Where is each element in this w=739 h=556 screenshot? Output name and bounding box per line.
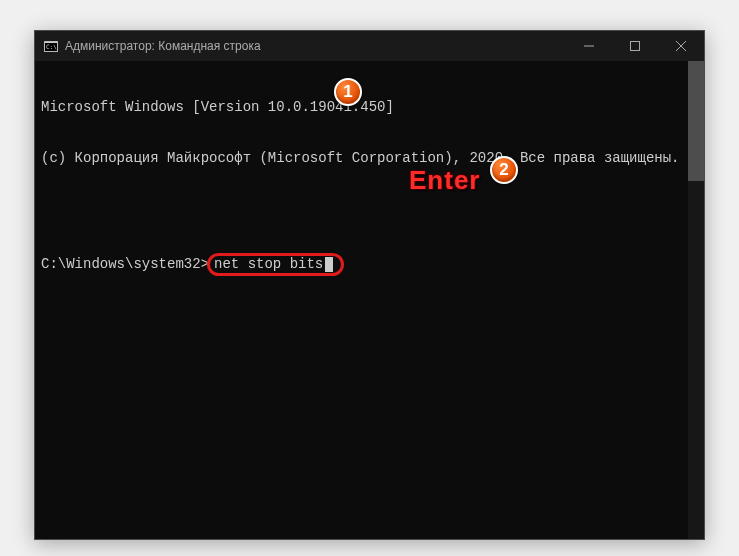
command-text: net stop bits — [214, 256, 323, 272]
terminal-body[interactable]: Microsoft Windows [Version 10.0.19041.45… — [35, 61, 704, 539]
badge-1-label: 1 — [343, 82, 352, 102]
window-title: Администратор: Командная строка — [65, 39, 261, 53]
terminal-line-copyright: (c) Корпорация Майкрософт (Microsoft Cor… — [41, 150, 698, 167]
svg-text:C:\: C:\ — [46, 43, 57, 50]
terminal-blank-line — [41, 201, 698, 218]
terminal-prompt-line: C:\Windows\system32>net stop bits — [41, 253, 698, 276]
annotation-enter-label: Enter — [409, 165, 480, 196]
scrollbar-thumb[interactable] — [688, 61, 704, 181]
svg-rect-4 — [631, 42, 640, 51]
cmd-window: C:\ Администратор: Командная строка Micr… — [34, 30, 705, 540]
close-button[interactable] — [658, 31, 704, 61]
minimize-button[interactable] — [566, 31, 612, 61]
titlebar[interactable]: C:\ Администратор: Командная строка — [35, 31, 704, 61]
prompt-prefix: C:\Windows\system32> — [41, 256, 209, 273]
command-highlight: net stop bits — [207, 253, 344, 276]
cmd-icon: C:\ — [43, 38, 59, 54]
cursor — [325, 257, 333, 272]
window-controls — [566, 31, 704, 61]
badge-2-label: 2 — [499, 160, 508, 180]
maximize-button[interactable] — [612, 31, 658, 61]
terminal-line-version: Microsoft Windows [Version 10.0.19041.45… — [41, 99, 698, 116]
annotation-badge-2: 2 — [490, 156, 518, 184]
scrollbar-track[interactable] — [688, 61, 704, 539]
annotation-badge-1: 1 — [334, 78, 362, 106]
